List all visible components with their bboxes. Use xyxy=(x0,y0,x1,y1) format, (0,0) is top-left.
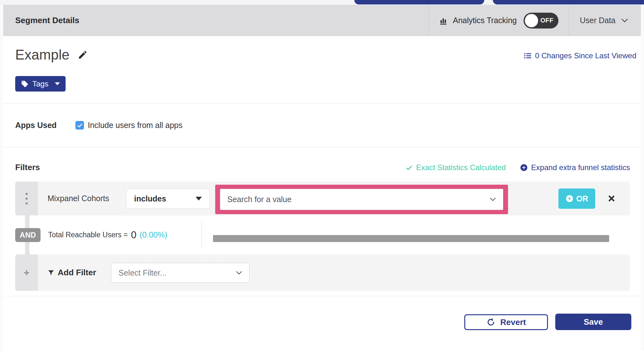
filters-section: Filters Exact Statistics Calculated Expa… xyxy=(3,147,641,296)
analytics-tracking-toggle[interactable]: OFF xyxy=(524,13,558,29)
include-all-apps-checkbox[interactable] xyxy=(75,121,84,130)
exact-statistics-status: Exact Statistics Calculated xyxy=(405,163,506,172)
or-button-label: OR xyxy=(576,194,588,203)
edit-pencil-icon[interactable] xyxy=(78,50,88,60)
top-button-partial-right[interactable] xyxy=(493,0,644,4)
segment-details-panel: Example 0 Changes Since Last Viewed Tags… xyxy=(3,36,641,351)
operator-value: includes xyxy=(134,194,166,203)
user-data-dropdown[interactable]: User Data xyxy=(569,16,641,25)
revert-icon xyxy=(486,318,495,327)
expand-funnel-statistics-link[interactable]: Expand extra funnel statistics xyxy=(520,163,630,172)
funnel-icon xyxy=(48,269,55,276)
vertical-divider xyxy=(201,221,202,249)
page-title: Segment Details xyxy=(15,16,79,25)
analytics-tracking-section: Analytics Tracking OFF xyxy=(428,5,569,36)
segment-name-section: Example 0 Changes Since Last Viewed Tags xyxy=(3,36,641,104)
plus-circle-icon xyxy=(520,163,528,172)
segment-details-header: Segment Details Analytics Tracking OFF U… xyxy=(3,5,641,36)
value-search-select[interactable]: Search for a value xyxy=(220,189,503,210)
filters-stats-row: Exact Statistics Calculated Expand extra… xyxy=(405,163,630,172)
add-filter-label: Add Filter xyxy=(58,268,96,278)
operator-select[interactable]: includes xyxy=(126,188,210,209)
filter-field-label: Mixpanel Cohorts xyxy=(48,182,109,215)
check-icon xyxy=(405,164,413,171)
caret-down-icon xyxy=(196,197,202,201)
revert-button-label: Revert xyxy=(500,317,526,327)
apps-used-section: Apps Used Include users from all apps xyxy=(3,104,641,147)
footer-actions: Revert Save xyxy=(3,296,641,350)
tags-button-label: Tags xyxy=(32,80,48,88)
exact-statistics-label: Exact Statistics Calculated xyxy=(416,163,506,172)
save-button[interactable]: Save xyxy=(555,314,631,330)
top-strip xyxy=(0,0,644,5)
grip-dot-icon xyxy=(26,193,28,195)
add-filter-handle[interactable] xyxy=(15,254,38,291)
revert-button[interactable]: Revert xyxy=(464,314,548,330)
changes-link-label: 0 Changes Since Last Viewed xyxy=(535,51,636,60)
filters-heading: Filters xyxy=(15,163,40,172)
add-or-condition-button[interactable]: OR xyxy=(558,188,595,209)
changes-since-last-viewed-link[interactable]: 0 Changes Since Last Viewed xyxy=(524,51,636,60)
segment-name: Example xyxy=(15,47,69,63)
drag-handle[interactable] xyxy=(15,182,38,215)
toggle-state-label: OFF xyxy=(540,17,554,24)
totals-row: AND Total Reachable Users = 0 (0.00%) xyxy=(15,215,630,254)
tag-icon xyxy=(21,80,29,88)
reachable-users-bar xyxy=(213,235,609,242)
reachable-label: Total Reachable Users = xyxy=(48,231,128,239)
user-data-label: User Data xyxy=(580,16,615,25)
select-filter-placeholder: Select Filter... xyxy=(119,268,166,278)
plus-circle-icon xyxy=(565,195,574,203)
filter-row: Mixpanel Cohorts includes Search for a v… xyxy=(15,182,630,215)
grip-dot-icon xyxy=(26,198,28,200)
bar-chart-icon xyxy=(439,16,448,25)
caret-down-icon xyxy=(55,82,60,85)
and-badge: AND xyxy=(15,228,41,242)
top-button-partial-left[interactable] xyxy=(354,0,484,4)
tags-button[interactable]: Tags xyxy=(15,76,66,92)
expand-funnel-statistics-label: Expand extra funnel statistics xyxy=(531,163,630,172)
include-all-apps-label: Include users from all apps xyxy=(88,121,183,130)
chevron-down-icon xyxy=(490,197,496,201)
apps-used-label: Apps Used xyxy=(15,121,75,130)
toggle-knob xyxy=(525,14,538,27)
analytics-tracking-label: Analytics Tracking xyxy=(453,16,517,25)
grip-dot-icon xyxy=(26,202,28,204)
total-reachable-users: Total Reachable Users = 0 (0.00%) xyxy=(48,215,167,254)
checkmark-icon xyxy=(77,122,83,129)
add-filter-row: Add Filter Select Filter... xyxy=(15,254,630,291)
close-icon xyxy=(607,194,616,203)
save-button-label: Save xyxy=(584,317,603,327)
segment-title-row: Example xyxy=(15,47,88,63)
highlight-annotation: Search for a value xyxy=(215,185,508,214)
remove-filter-button[interactable] xyxy=(607,182,616,215)
plus-icon xyxy=(23,269,30,277)
reachable-percent: (0.00%) xyxy=(139,230,167,239)
chevron-down-icon xyxy=(621,18,628,23)
value-search-placeholder: Search for a value xyxy=(227,195,292,204)
chevron-down-icon xyxy=(236,271,242,275)
select-filter-dropdown[interactable]: Select Filter... xyxy=(111,263,250,283)
changes-list-icon xyxy=(524,52,532,60)
add-filter-label-group: Add Filter xyxy=(48,254,96,291)
filter-block: Mixpanel Cohorts includes Search for a v… xyxy=(15,182,630,291)
reachable-value: 0 xyxy=(131,229,136,241)
